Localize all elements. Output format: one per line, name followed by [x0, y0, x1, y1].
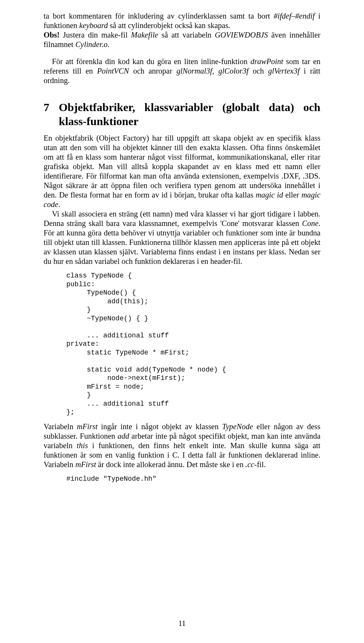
document-page: ta bort kommentaren för inkludering av c… [0, 0, 364, 643]
text-italic: add [118, 432, 129, 440]
text: För att förenkla din kod kan du göra en … [52, 57, 250, 66]
body-text: ta bort kommentaren för inkludering av c… [44, 11, 320, 483]
text: ta bort kommentaren för inkludering av c… [44, 12, 274, 20]
text-italic: Cone [302, 219, 318, 227]
text-italic: mFirst [75, 460, 96, 469]
paragraph-2: Obs! Justera din make-fil Makefile så at… [44, 30, 320, 49]
text-italic: #ifdef–#endif [274, 12, 315, 20]
text-italic: glColor3f [218, 67, 249, 75]
paragraph-5: Vi skall associera en sträng (ett namn) … [44, 209, 320, 266]
text-italic: drawPoint [250, 57, 283, 66]
text: och [249, 67, 268, 75]
text: -fil. [254, 460, 266, 469]
text: är dock inte allokerad ännu. Det måste s… [96, 460, 245, 469]
section-heading: 7 Objektfabriker, klassvariabler (global… [44, 100, 320, 128]
text: och anropar [129, 67, 176, 75]
text-italic: Cylinder.o [75, 40, 108, 49]
text-italic: magic id [256, 191, 283, 199]
text-italic: PointVCN [97, 67, 129, 75]
section-title: Objektfabriker, klassvariabler (globalt … [59, 100, 320, 128]
text: Variabeln [44, 422, 77, 431]
paragraph-6: Variabeln mFirst ingår inte i något obje… [44, 422, 320, 469]
code-block-1: class TypeNode { public: TypeNode() { ad… [66, 271, 320, 417]
text-italic: glNormal3f [176, 67, 212, 75]
paragraph-1: ta bort kommentaren för inkludering av c… [44, 11, 320, 30]
text: . [108, 40, 110, 49]
text: Justera din make-fil [60, 31, 131, 39]
text-italic: this [77, 441, 88, 450]
text-italic: .cc [245, 460, 254, 469]
text: eller [283, 191, 301, 199]
text: Vi skall associera en sträng (ett namn) … [44, 210, 320, 227]
code-block-2: #include "TypeNode.hh" [66, 475, 320, 483]
text: så att variabeln [158, 31, 215, 39]
text: . [58, 200, 60, 209]
text-bold: Obs! [44, 31, 60, 39]
paragraph-4: En objektfabrik (Object Factory) har til… [44, 133, 320, 209]
text-italic: Makefile [131, 31, 158, 39]
text-italic: GOVIEWDOBJS [215, 31, 268, 39]
paragraph-3: För att förenkla din kod kan du göra en … [44, 57, 320, 85]
text: ingår inte i något objekt av klassen [97, 422, 222, 431]
text: så att cylinderobjekt också kan skapas. [108, 21, 230, 30]
text-italic: glVertex3f [268, 67, 300, 75]
text: , [212, 67, 218, 75]
text-italic: mFirst [77, 422, 98, 431]
text: En objektfabrik (Object Factory) har til… [44, 134, 320, 199]
page-number: 11 [0, 619, 364, 628]
text-italic: keyboard [79, 21, 108, 30]
text-italic: TypeNode [222, 422, 253, 431]
section-number: 7 [44, 100, 59, 114]
